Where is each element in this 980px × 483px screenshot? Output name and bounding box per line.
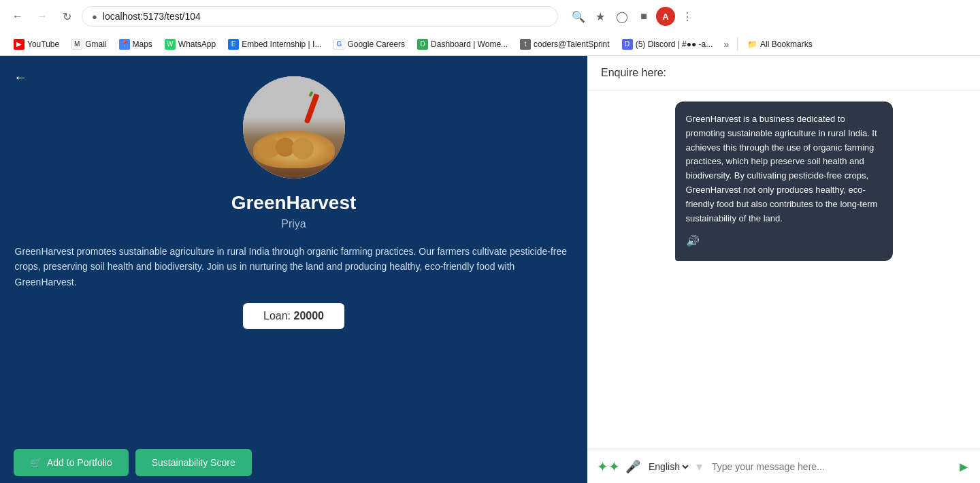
cart-icon: 🛒 [30, 457, 42, 468]
sustainability-score-label: Sustainability Score [152, 457, 235, 468]
back-navigation-button[interactable]: ← [14, 69, 27, 85]
profile-illustration [243, 76, 345, 178]
google-favicon: G [333, 39, 344, 50]
chat-area: GreenHarvest is a business dedicated to … [587, 91, 980, 450]
dropdown-chevron-icon: ▾ [696, 459, 702, 474]
bookmark-whatsapp[interactable]: W WhatsApp [159, 37, 221, 52]
dashboard-favicon: D [417, 39, 428, 50]
chat-input-area: ✦✦ 🎤 English Hindi Telugu Tamil ▾ ► [587, 450, 980, 483]
browser-nav-bar: ← → ↻ ● localhost:5173/test/104 🔍 ★ ◯ ■ … [0, 0, 980, 33]
loan-badge: Loan: 20000 [243, 303, 344, 329]
menu-button[interactable]: ⋮ [678, 7, 697, 26]
bookmark-talent-label: coders@TalentSprint [534, 40, 610, 49]
address-bar[interactable]: ● localhost:5173/test/104 [82, 6, 558, 27]
bookmark-gmail-label: Gmail [85, 40, 106, 49]
bookmark-discord[interactable]: D (5) Discord | #●● -a... [617, 37, 719, 52]
send-button[interactable]: ► [957, 459, 970, 475]
speaker-icon[interactable]: 🔊 [686, 232, 882, 250]
bookmark-dashboard[interactable]: D Dashboard | Wome... [412, 37, 513, 52]
browser-actions: 🔍 ★ ◯ ■ A ⋮ [569, 7, 697, 26]
discord-favicon: D [622, 39, 633, 50]
lock-icon: ● [92, 12, 97, 22]
left-panel: ← GreenHarvest Priya GreenHarvest promot… [0, 56, 587, 483]
talent-favicon: t [520, 39, 531, 50]
bookmark-youtube-label: YouTube [27, 40, 59, 49]
right-panel: Enquire here: GreenHarvest is a business… [587, 56, 980, 483]
bookmark-google-label: Google Careers [347, 40, 405, 49]
bookmark-dashboard-label: Dashboard | Wome... [431, 40, 508, 49]
bookmark-maps[interactable]: 📍 Maps [114, 37, 158, 52]
bookmark-embed-label: Embed Internship | I... [242, 40, 321, 49]
chat-message-bubble: GreenHarvest is a business dedicated to … [675, 102, 893, 261]
startup-description: GreenHarvest promotes sustainable agricu… [15, 244, 573, 290]
microphone-button[interactable]: 🎤 [625, 459, 640, 474]
gmail-favicon: M [71, 39, 82, 50]
bookmarks-bar: ▶ YouTube M Gmail 📍 Maps W WhatsApp E Em… [0, 33, 980, 56]
bookmarks-divider [737, 37, 738, 51]
whatsapp-favicon: W [165, 39, 176, 50]
folder-icon: 📁 [747, 40, 757, 49]
bookmark-talent[interactable]: t coders@TalentSprint [514, 37, 615, 52]
add-to-portfolio-label: Add to Portfolio [47, 457, 112, 468]
bottom-actions: 🛒 Add to Portfolio Sustainability Score [0, 442, 587, 483]
sparkle-button[interactable]: ✦✦ [597, 458, 620, 475]
embed-favicon: E [228, 39, 239, 50]
search-icon-btn[interactable]: 🔍 [569, 7, 588, 26]
main-content: ← GreenHarvest Priya GreenHarvest promot… [0, 56, 980, 483]
startup-name: GreenHarvest [231, 192, 357, 214]
loan-amount: 20000 [293, 310, 324, 322]
forward-button[interactable]: → [33, 7, 52, 26]
browser-chrome: ← → ↻ ● localhost:5173/test/104 🔍 ★ ◯ ■ … [0, 0, 980, 56]
bookmark-embed[interactable]: E Embed Internship | I... [223, 37, 327, 52]
bookmark-gmail[interactable]: M Gmail [66, 37, 112, 52]
bookmark-youtube[interactable]: ▶ YouTube [8, 37, 65, 52]
more-bookmarks-button[interactable]: » [719, 37, 733, 52]
all-bookmarks-folder[interactable]: 📁 All Bookmarks [742, 37, 818, 51]
reload-button[interactable]: ↻ [57, 7, 76, 26]
bookmark-maps-label: Maps [133, 40, 152, 49]
enquire-header: Enquire here: [587, 56, 980, 91]
founder-name: Priya [281, 218, 306, 230]
enquire-label: Enquire here: [601, 67, 666, 78]
bookmark-google-careers[interactable]: G Google Careers [328, 37, 410, 52]
sustainability-score-button[interactable]: Sustainability Score [135, 449, 252, 476]
back-button[interactable]: ← [8, 7, 27, 26]
language-selector[interactable]: English Hindi Telugu Tamil [646, 461, 691, 473]
url-text: localhost:5173/test/104 [103, 11, 548, 22]
add-to-portfolio-button[interactable]: 🛒 Add to Portfolio [14, 449, 129, 476]
maps-favicon: 📍 [119, 39, 130, 50]
profile-image [243, 76, 345, 178]
bookmark-star-button[interactable]: ★ [591, 7, 610, 26]
chrome-icon[interactable]: ◯ [612, 7, 632, 26]
bookmark-whatsapp-label: WhatsApp [178, 40, 216, 49]
chat-message-text: GreenHarvest is a business dedicated to … [686, 114, 878, 223]
all-bookmarks-label: All Bookmarks [760, 40, 813, 49]
bookmark-discord-label: (5) Discord | #●● -a... [636, 40, 713, 49]
youtube-favicon: ▶ [14, 39, 24, 50]
chat-input-field[interactable] [708, 457, 951, 476]
extensions-button[interactable]: ■ [634, 7, 653, 26]
loan-label: Loan: [263, 310, 293, 322]
profile-button[interactable]: A [656, 7, 675, 26]
